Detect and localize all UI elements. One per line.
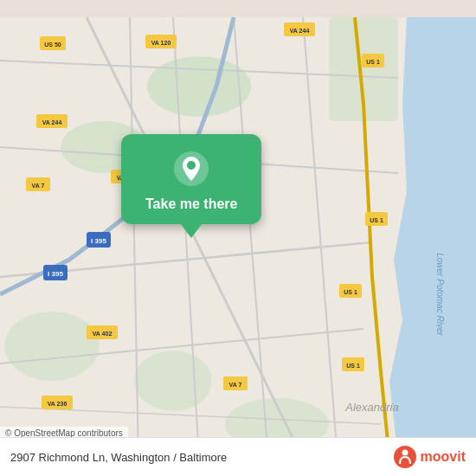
take-me-there-label: Take me there bbox=[145, 196, 237, 212]
card-pointer bbox=[181, 224, 202, 238]
svg-point-2 bbox=[147, 56, 251, 117]
moovit-icon bbox=[393, 445, 417, 469]
take-me-there-card[interactable]: Take me there bbox=[121, 134, 261, 224]
svg-point-6 bbox=[134, 351, 212, 411]
svg-point-51 bbox=[187, 161, 196, 170]
bottom-bar: 2907 Richmond Ln, Washington / Baltimore… bbox=[0, 437, 476, 476]
svg-text:I 395: I 395 bbox=[91, 237, 106, 245]
svg-point-5 bbox=[4, 312, 100, 381]
address-text: 2907 Richmond Ln, Washington / Baltimore bbox=[10, 451, 227, 464]
navigation-card[interactable]: Take me there bbox=[121, 134, 261, 238]
svg-text:US 50: US 50 bbox=[44, 42, 61, 48]
map-background: I 395 I 395 US 1 US 1 US 1 US 1 US 50 VA… bbox=[0, 0, 476, 476]
location-pin-icon bbox=[172, 150, 210, 188]
map-container: I 395 I 395 US 1 US 1 US 1 US 1 US 50 VA… bbox=[0, 0, 476, 476]
svg-text:VA 7: VA 7 bbox=[229, 382, 242, 388]
svg-text:VA 244: VA 244 bbox=[290, 28, 310, 34]
svg-text:US 1: US 1 bbox=[346, 363, 360, 369]
svg-text:US 1: US 1 bbox=[370, 217, 383, 223]
moovit-logo: moovit bbox=[393, 445, 466, 469]
svg-text:VA 236: VA 236 bbox=[48, 401, 68, 407]
svg-text:I 395: I 395 bbox=[48, 270, 63, 278]
svg-text:Alexandria: Alexandria bbox=[344, 401, 398, 414]
svg-text:VA 244: VA 244 bbox=[42, 119, 62, 125]
svg-text:Lower Potomac River: Lower Potomac River bbox=[435, 253, 445, 336]
svg-text:US 1: US 1 bbox=[366, 59, 380, 65]
svg-text:VA 120: VA 120 bbox=[151, 40, 171, 46]
svg-text:VA 402: VA 402 bbox=[93, 331, 113, 337]
moovit-label: moovit bbox=[421, 449, 466, 465]
svg-text:US 1: US 1 bbox=[344, 289, 357, 295]
svg-point-53 bbox=[402, 450, 408, 456]
svg-text:VA 7: VA 7 bbox=[32, 183, 45, 189]
